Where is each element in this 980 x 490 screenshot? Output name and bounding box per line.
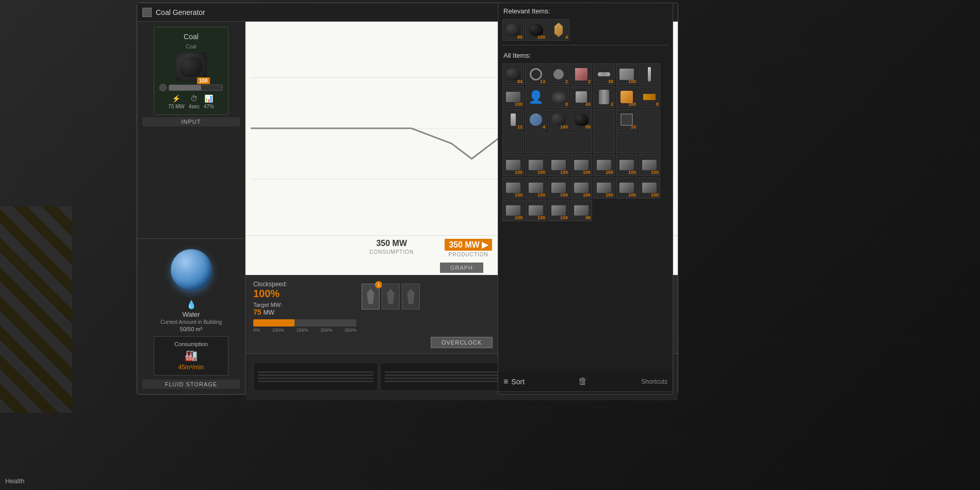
left-panel: Coal Coal 100 ⚡ [137,22,246,394]
list-item[interactable]: 100 [502,200,524,221]
list-item[interactable] [593,132,615,153]
input-bar-row [159,84,223,91]
water-info: 💧 Water Current Amount in Building 50/50… [160,300,222,332]
metal-icon [506,92,520,102]
consumption-title: Consumption [174,341,208,347]
list-item[interactable]: 100 [548,109,569,130]
sort-label: Sort [511,378,525,386]
crystal-icon [530,113,542,126]
list-item[interactable]: 100 [548,200,569,221]
list-item[interactable]: 100 [593,177,615,199]
all-items-title: All Items: [498,47,673,61]
clockspeed-label: Clockspeed: [253,281,356,288]
list-item[interactable]: 84 [502,63,524,85]
list-item[interactable] [639,63,660,85]
list-item[interactable] [525,132,547,153]
list-item[interactable]: 100 [616,63,638,85]
amount-value: 50/50 m³ [180,326,202,332]
overclock-track[interactable] [253,319,356,326]
list-item[interactable]: 12 [502,109,524,130]
items-panel: Relevant Items: 89 100 4 All Items: 84 1… [498,3,673,395]
list-item[interactable]: 100 [593,154,615,176]
trash-button[interactable]: 🗑 [578,376,587,387]
target-mw-unit: MW [264,309,274,316]
stat-eff-value: 47% [204,104,214,109]
list-item[interactable]: 2 [570,63,592,85]
amount-label: Current Amount in Building [160,319,222,325]
wire-icon [643,94,656,100]
consumption-box: Consumption 🏭 45m³/min [154,336,228,375]
stat-time-value: 4sec [189,104,200,109]
target-mw-number: 75 [253,308,262,316]
screw-icon [511,113,516,126]
overclock-fill [253,319,295,326]
bar-dot [159,84,167,91]
list-item[interactable]: 100 [616,154,638,176]
list-item[interactable] [502,132,524,153]
list-item[interactable]: 100 [548,154,569,176]
relevant-items-title: Relevant Items: [498,3,673,17]
pipe-icon [599,90,609,104]
list-item[interactable]: 100 [525,177,547,199]
relevant-item-coal2[interactable]: 100 [525,19,547,41]
list-item[interactable]: 100 [525,154,547,176]
progress-bar [169,85,223,91]
rod-icon [598,72,610,76]
list-item[interactable] [639,109,660,130]
stat-time: ⏱ 4sec [189,94,200,109]
fluid-section: 💧 Water Current Amount in Building 50/50… [137,239,245,394]
shard-3[interactable] [402,284,420,309]
list-item[interactable]: 8 [548,86,569,108]
list-item[interactable]: 100 [525,200,547,221]
list-item[interactable]: 100 [502,177,524,199]
list-item[interactable]: 100 [639,154,660,176]
shards-area: 1 [362,284,420,309]
list-item[interactable]: 98 [570,200,592,221]
consumption-icon: 🏭 [185,349,198,362]
coal-label: Coal [184,32,199,41]
ore2-icon [551,91,566,103]
list-item[interactable] [593,109,615,130]
list-item[interactable]: 100 [616,177,638,199]
list-item[interactable]: 39 [593,63,615,85]
list-item[interactable] [548,132,569,153]
stat-power-value: 75 MW [168,104,185,109]
health-label: Health [5,477,25,485]
flask-icon [553,23,564,37]
list-item[interactable]: 13 [525,63,547,85]
relevant-item-flask[interactable]: 4 [548,19,569,41]
list-item[interactable] [570,132,592,153]
shard-1[interactable]: 1 [362,284,380,309]
list-item[interactable] [616,132,638,153]
relevant-item-coal1[interactable]: 89 [502,19,524,41]
hazard-stripes [0,206,72,413]
list-item[interactable]: 43 [570,86,592,108]
list-item[interactable]: 100 [616,86,638,108]
graph-button[interactable]: GRAPH [440,263,483,273]
list-item[interactable]: 100 [570,177,592,199]
coal-image [176,53,207,81]
list-item[interactable]: 10 [616,109,638,130]
list-item[interactable]: 8 [639,86,660,108]
graph-stat-production: 350 MW ▶ PRODUCTION [429,236,508,260]
list-item[interactable]: 👤 [525,86,547,108]
sort-button[interactable]: ≡ Sort [503,377,525,386]
section-divider [502,45,668,45]
list-item[interactable]: 100 [570,154,592,176]
list-item[interactable]: 89 [570,109,592,130]
list-item[interactable]: 100 [548,177,569,199]
list-item[interactable]: 4 [525,109,547,130]
list-item[interactable]: 100 [502,154,524,176]
list-item[interactable]: 2 [548,63,569,85]
coal-count-badge: 100 [197,77,210,84]
shard-2[interactable] [382,284,400,309]
items-scroll-area[interactable]: Relevant Items: 89 100 4 All Items: 84 1… [498,3,673,394]
circle-icon [553,69,564,79]
overclock-button[interactable]: OVERCLOCK [431,337,493,348]
consumption-value: 45m³/min [178,364,204,371]
list-item[interactable]: 100 [502,86,524,108]
list-item[interactable]: 2 [593,86,615,108]
list-item[interactable] [639,132,660,153]
list-item[interactable]: 100 [639,177,660,199]
water-sphere [171,249,212,290]
